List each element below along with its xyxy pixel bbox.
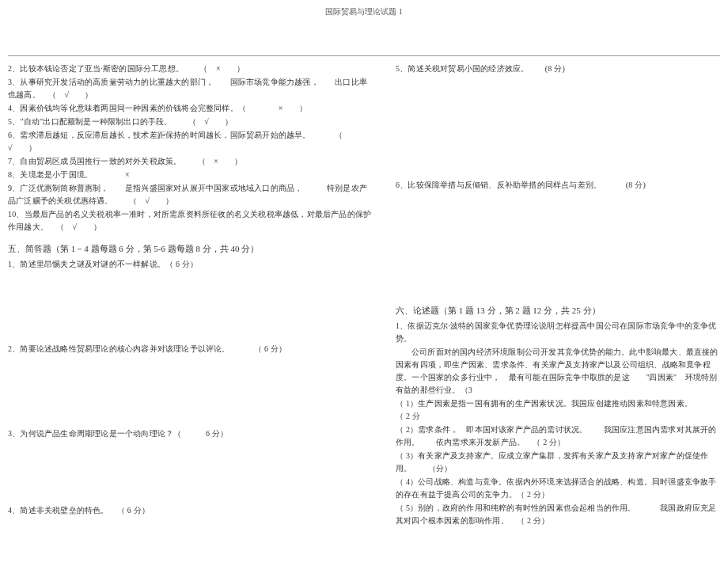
s6-q1-p5: （ 5）别的，政府的作用和纯粹的有时性的因素也会起相当的作用。 我国政府应充足其… (396, 502, 720, 527)
s5-question-3: 3、为何说产品生命周期理论是一个动向理论？（ 6 分） (8, 427, 372, 440)
s5-question-4: 4、简述非关税壁垒的特色。 （ 6 分） (8, 504, 372, 517)
s5-question-6: 6、比较保障举措与反倾销、反补助举措的同样点与差别。 (8 分) (396, 179, 720, 192)
tf-question-6: 6、需求滞后越短，反应滞后越长，技术差距保持的时间越长，国际贸易开始的越早。 （… (8, 129, 372, 154)
tf-question-8: 8、关境老是小于国境。 × (8, 169, 372, 181)
section-6-title: 六、论述题（第 1 题 13 分，第 2 题 12 分，共 25 分） (396, 305, 720, 317)
left-column: 2、比较本钱论否定了亚当·斯密的国际分工思想。 （ × ） 3、从事研究开发活动… (8, 63, 388, 528)
page-title: 国际贸易与理论试题 1 (0, 0, 728, 24)
tf-question-4: 4、因素价钱均等化意味着两国同一种因素的价钱将会完整同样。（ × ） (8, 102, 372, 115)
tf-question-9: 9、广泛优惠制简称普惠制， 是指兴盛国家对从展开中国家或地域入口的商品， 特别是… (8, 182, 372, 207)
s6-q1-p4: （ 4）公司战略、构造与竞争。依据内外环境来选择适合的战略、构造。同时强盛竞争敌… (396, 476, 720, 501)
s6-q1-p3: （ 3）有关家产及支持家产。应成立家产集群，发挥有关家产及支持家产对家产的促使作… (396, 450, 720, 475)
horizontal-divider (8, 55, 720, 56)
s5-question-2: 2、简要论述战略性贸易理论的核心内容并对该理论予以评论。 （ 6 分） (8, 343, 372, 355)
tf-question-10: 10、当最后产品的名义关税税率一准时，对所需原资料所征收的名义关税税率越低，对最… (8, 208, 372, 234)
right-column: 5、简述关税对贸易小国的经济效应。 (8 分) 6、比较保障举措与反倾销、反补助… (388, 63, 720, 528)
s6-q1-p2: （ 2）需求条件， 即本国对该家产产品的需讨状况。 我国应注意国内需求对其展开的… (396, 424, 720, 449)
tf-question-3: 3、从事研究开发活动的高质量劳动力的比重越大的部门， 国际市场竞争能力越强， 出… (8, 76, 372, 101)
tf-question-7: 7、自由贸易区成员国推行一致的对外关税政策。 （ × ） (8, 155, 372, 168)
tf-question-5: 5、"自动"出口配额制是一种限制出口的手段。 （ √ ） (8, 116, 372, 128)
section-5-title: 五、简答题（第 1－4 题每题 6 分，第 5-6 题每题 8 分，共 40 分… (8, 243, 372, 255)
content-area: 2、比较本钱论否定了亚当·斯密的国际分工思想。 （ × ） 3、从事研究开发活动… (0, 63, 728, 528)
s5-question-1: 1、简述里昂惕夫之谜及对谜的不一样解说。（ 6 分） (8, 258, 372, 271)
tf-question-2: 2、比较本钱论否定了亚当·斯密的国际分工思想。 （ × ） (8, 63, 372, 75)
s6-q1-intro: 1、依据迈克尔·波特的国家竞争优势理论说明怎样提高中国公司在国际市场竞争中的竞争… (396, 320, 720, 345)
s6-q1-body1: 公司所面对的国内经济环境限制公司开发其竞争优势的能力。此中影响最大、最直接的因素… (396, 346, 720, 397)
s6-q1-p1: （ 1）生产因素是指一国有拥有的生产因素状况。我国应创建推动因素和特意因素。 （… (396, 397, 720, 423)
s5-question-5: 5、简述关税对贸易小国的经济效应。 (8 分) (396, 63, 720, 75)
